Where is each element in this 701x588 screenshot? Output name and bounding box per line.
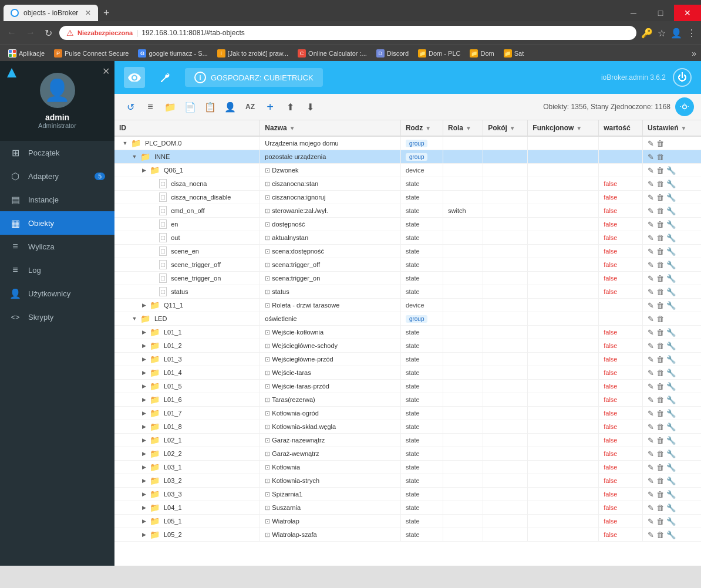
edit-icon[interactable]: ✎ [648, 139, 654, 148]
wrench-icon[interactable]: 🔧 [666, 503, 676, 512]
edit-icon[interactable]: ✎ [648, 153, 654, 161]
delete-icon[interactable]: 🗑 [656, 328, 664, 337]
delete-icon[interactable]: 🗑 [656, 166, 664, 175]
table-row[interactable]: ▶ 📁 L01_1 ⊡Wejście-kotłownia state false… [114, 326, 701, 339]
table-row[interactable]: ▶ 📁 L01_2 ⊡Wejściegłówne-schody state fa… [114, 339, 701, 353]
wrench-icon[interactable]: 🔧 [666, 423, 676, 431]
expand-button[interactable]: ▶ [140, 464, 147, 471]
wrench-icon[interactable]: 🔧 [666, 193, 676, 202]
edit-icon[interactable]: ✎ [648, 207, 654, 215]
sidebar-item-instances[interactable]: ▤ Instancje [0, 188, 114, 211]
menu-icon[interactable]: ⋮ [687, 28, 696, 39]
table-row[interactable]: □ scene_trigger_off ⊡scena:trigger_off s… [114, 258, 701, 272]
bookmark-calc[interactable]: C Online Calculator :... [294, 48, 370, 59]
expand-button[interactable]: ▼ [122, 140, 129, 147]
delete-icon[interactable]: 🗑 [656, 409, 664, 418]
delete-icon[interactable]: 🗑 [656, 301, 664, 310]
browser-tab[interactable]: objects - ioBroker ✕ [4, 5, 98, 21]
refresh-button[interactable]: ↺ [122, 98, 139, 116]
edit-icon[interactable]: ✎ [648, 409, 654, 418]
table-row[interactable]: ▶ 📁 L01_3 ⊡Wejściegłówne-przód state fal… [114, 353, 701, 366]
delete-icon[interactable]: 🗑 [656, 477, 664, 485]
edit-icon[interactable]: ✎ [648, 193, 654, 202]
table-row[interactable]: ▶ 📁 L04_1 ⊡Suszarnia state false ✎ 🗑 🔧 [114, 501, 701, 515]
star-icon[interactable]: ☆ [658, 28, 666, 39]
table-row[interactable]: □ out ⊡aktualnystan state false ✎ 🗑 🔧 [114, 231, 701, 245]
bookmark-dom[interactable]: 📁 Dom [466, 48, 497, 59]
table-row[interactable]: ▼ 📁 PLC_DOM.0 Urządzenia mojego domu gro… [114, 136, 701, 150]
edit-icon[interactable]: ✎ [648, 315, 654, 323]
table-row[interactable]: □ cisza_nocna_disable ⊡ciszanocna:ignoru… [114, 191, 701, 204]
table-row[interactable]: ▶ 📁 L01_5 ⊡Wejście-taras-przód state fal… [114, 380, 701, 393]
table-row[interactable]: □ status ⊡status state false ✎ 🗑 🔧 [114, 285, 701, 299]
wrench-icon[interactable]: 🔧 [666, 261, 676, 269]
bookmark-apps[interactable]: Aplikacje [5, 48, 48, 59]
copy-button[interactable]: 📋 [201, 98, 219, 116]
expand-button[interactable]: ▶ [140, 437, 147, 444]
table-row[interactable]: ▶ 📁 L03_2 ⊡Kotłownia-strych state false … [114, 474, 701, 488]
delete-icon[interactable]: 🗑 [656, 247, 664, 256]
table-row[interactable]: ▶ 📁 L01_6 ⊡Taras(rezerwa) state false ✎ … [114, 393, 701, 407]
delete-icon[interactable]: 🗑 [656, 261, 664, 269]
sidebar-item-log[interactable]: ≡ Log [0, 258, 114, 282]
delete-icon[interactable]: 🗑 [656, 423, 664, 431]
delete-icon[interactable]: 🗑 [656, 450, 664, 458]
expand-button[interactable]: ▶ [140, 518, 147, 525]
file-view-button[interactable]: 📄 [181, 98, 199, 116]
power-button[interactable]: ⏻ [673, 68, 692, 87]
delete-icon[interactable]: 🗑 [656, 369, 664, 377]
table-row[interactable]: □ en ⊡dostępność state false ✎ 🗑 🔧 [114, 218, 701, 231]
delete-icon[interactable]: 🗑 [656, 180, 664, 188]
table-row[interactable]: ▼ 📁 INNE pozostałe urządzenia group ✎ 🗑 [114, 150, 701, 164]
edit-icon[interactable]: ✎ [648, 234, 654, 242]
wrench-icon[interactable]: 🔧 [666, 396, 676, 404]
download-button[interactable]: ⬇ [301, 98, 319, 116]
expand-button[interactable]: ▶ [140, 329, 147, 336]
expand-button[interactable]: ▶ [140, 491, 147, 498]
edit-icon[interactable]: ✎ [648, 180, 654, 188]
account-icon[interactable]: 👤 [670, 28, 682, 39]
expand-button[interactable]: ▶ [140, 531, 147, 538]
edit-icon[interactable]: ✎ [648, 166, 654, 175]
delete-icon[interactable]: 🗑 [656, 139, 664, 148]
wrench-icon[interactable]: 🔧 [666, 369, 676, 377]
delete-icon[interactable]: 🗑 [656, 355, 664, 364]
add-button[interactable]: + [261, 98, 279, 116]
forward-button[interactable]: → [23, 25, 38, 40]
edit-icon[interactable]: ✎ [648, 342, 654, 350]
edit-icon[interactable]: ✎ [648, 288, 654, 296]
wrench-icon[interactable]: 🔧 [666, 234, 676, 242]
delete-icon[interactable]: 🗑 [656, 288, 664, 296]
wrench-icon[interactable]: 🔧 [666, 517, 676, 526]
delete-icon[interactable]: 🗑 [656, 503, 664, 512]
sidebar-item-calc[interactable]: ≡ Wylicza [0, 235, 114, 258]
minimize-button[interactable]: ─ [620, 5, 647, 21]
delete-icon[interactable]: 🗑 [656, 220, 664, 229]
wrench-button[interactable] [154, 67, 176, 88]
table-row[interactable]: ▶ 📁 Q06_1 ⊡Dzwonek device ✎ 🗑 🔧 [114, 164, 701, 177]
table-row[interactable]: □ cisza_nocna ⊡ciszanocna:stan state fal… [114, 177, 701, 191]
edit-icon[interactable]: ✎ [648, 369, 654, 377]
wrench-icon[interactable]: 🔧 [666, 288, 676, 296]
close-button[interactable]: ✕ [674, 5, 701, 21]
new-tab-button[interactable]: + [98, 5, 114, 21]
user-button[interactable]: 👤 [221, 98, 239, 116]
sidebar-item-scripts[interactable]: <> Skrypty [0, 305, 114, 329]
sidebar-close-button[interactable]: ✕ [102, 66, 110, 77]
edit-icon[interactable]: ✎ [648, 503, 654, 512]
wrench-icon[interactable]: 🔧 [666, 463, 676, 472]
table-row[interactable]: ▶ 📁 L01_8 ⊡Kotłownia-skład.węgla state f… [114, 420, 701, 434]
bookmark-dom-plc[interactable]: 📁 Dom - PLC [414, 48, 464, 59]
expand-button[interactable]: ▶ [140, 423, 147, 430]
table-row[interactable]: ▶ 📁 L02_2 ⊡Garaż-wewnątrz state false ✎ … [114, 447, 701, 461]
table-row[interactable]: ▶ 📁 L03_3 ⊡Spiżarnia1 state false ✎ 🗑 🔧 [114, 488, 701, 501]
bookmark-google[interactable]: G google tłumacz - S... [134, 48, 211, 59]
url-bar[interactable]: ⚠ Niezabezpieczona | 192.168.10.11:8081/… [59, 26, 636, 40]
expand-button[interactable]: ▶ [140, 396, 147, 403]
wrench-icon[interactable]: 🔧 [666, 409, 676, 418]
expand-button[interactable]: ▶ [140, 450, 147, 457]
edit-icon[interactable]: ✎ [648, 382, 654, 391]
edit-icon[interactable]: ✎ [648, 328, 654, 337]
wrench-icon[interactable]: 🔧 [666, 490, 676, 499]
edit-icon[interactable]: ✎ [648, 450, 654, 458]
